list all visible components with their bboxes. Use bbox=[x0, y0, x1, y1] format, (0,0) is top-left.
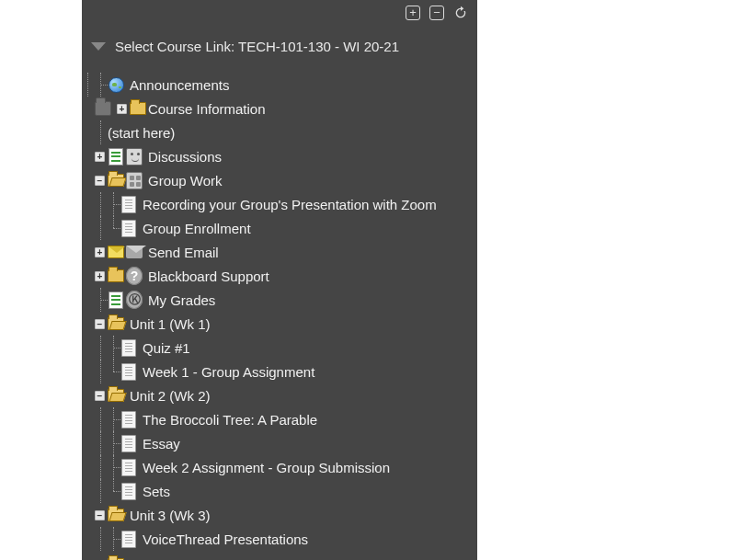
document-icon bbox=[120, 459, 137, 475]
document-icon bbox=[120, 196, 137, 212]
tree-item-u3-vt[interactable]: VoiceThread Presentations bbox=[82, 527, 477, 551]
document-icon bbox=[120, 483, 137, 499]
tree-item-announcements[interactable]: Announcements bbox=[82, 73, 477, 97]
refresh-icon bbox=[453, 6, 468, 20]
tree-item-label: Unit 4 (Wk 4) bbox=[130, 557, 211, 561]
tree-item-label: Discussions bbox=[148, 149, 222, 165]
grades-icon: Ⓚ bbox=[126, 291, 143, 308]
globe-icon bbox=[108, 76, 124, 93]
tree-item-unit2[interactable]: − Unit 2 (Wk 2) bbox=[82, 383, 477, 407]
folder-open-icon bbox=[108, 387, 124, 404]
collapse-toggle[interactable]: − bbox=[95, 510, 105, 520]
folder-open-icon bbox=[108, 172, 124, 189]
tree-item-unit3[interactable]: − Unit 3 (Wk 3) bbox=[82, 503, 477, 527]
tree-item-label: VoiceThread Presentations bbox=[143, 531, 308, 547]
collapse-all-button[interactable]: − bbox=[429, 6, 444, 20]
help-icon: ? bbox=[126, 268, 143, 284]
folder-open-icon bbox=[108, 507, 124, 523]
tree-item-u2-broccoli[interactable]: The Broccoli Tree: A Parable bbox=[82, 407, 477, 431]
tree-item-unit4[interactable]: − Unit 4 (Wk 4) bbox=[82, 553, 477, 560]
tree-item-send-email[interactable]: + Send Email bbox=[82, 240, 477, 264]
tree-item-bb-support[interactable]: + ? Blackboard Support bbox=[82, 264, 477, 288]
document-icon bbox=[120, 411, 137, 428]
tree-item-course-information[interactable]: + Course Information bbox=[82, 97, 477, 120]
refresh-button[interactable] bbox=[453, 6, 468, 20]
document-icon bbox=[120, 435, 137, 451]
tree-item-label: Quiz #1 bbox=[143, 340, 190, 356]
collapse-toggle[interactable]: − bbox=[95, 319, 105, 329]
course-header-label[interactable]: Select Course Link: TECH-101-130 - WI 20… bbox=[115, 39, 399, 54]
expand-toggle[interactable]: + bbox=[95, 247, 105, 257]
folder-icon bbox=[108, 268, 124, 284]
tree-item-gw-recording[interactable]: Recording your Group's Presentation with… bbox=[82, 192, 477, 216]
folder-open-icon bbox=[108, 556, 124, 560]
expand-toggle[interactable]: + bbox=[117, 104, 127, 114]
folder-open-icon bbox=[108, 315, 124, 332]
tree-item-label: Sets bbox=[143, 484, 170, 499]
tree-item-course-information-sub: (start here) bbox=[82, 120, 477, 144]
xls-icon bbox=[108, 291, 124, 308]
course-tree: Announcements + Course Information (star… bbox=[82, 73, 477, 560]
tree-item-sublabel: (start here) bbox=[108, 125, 175, 141]
header-prefix: Select Course Link: bbox=[115, 39, 234, 54]
tree-item-u2-assign[interactable]: Week 2 Assignment - Group Submission bbox=[82, 455, 477, 479]
tree-item-label: Announcements bbox=[130, 77, 229, 93]
tree-item-label: Recording your Group's Presentation with… bbox=[143, 197, 437, 212]
collapse-caret-icon[interactable] bbox=[91, 42, 106, 51]
tree-item-gw-enrollment[interactable]: Group Enrollment bbox=[82, 216, 477, 240]
tree-item-u2-sets[interactable]: Sets bbox=[82, 479, 477, 503]
xls-icon bbox=[108, 148, 124, 165]
expand-all-button[interactable]: + bbox=[406, 6, 420, 20]
tree-item-u1-assign[interactable]: Week 1 - Group Assignment bbox=[82, 360, 477, 383]
tree-item-label: Week 1 - Group Assignment bbox=[143, 364, 314, 380]
discussion-icon bbox=[126, 148, 143, 165]
tree-item-my-grades[interactable]: Ⓚ My Grades bbox=[82, 288, 477, 312]
envelope-icon bbox=[126, 244, 143, 260]
tree-item-label: Unit 3 (Wk 3) bbox=[130, 508, 211, 523]
tree-item-label: Group Enrollment bbox=[143, 221, 251, 236]
expand-toggle[interactable]: + bbox=[95, 152, 105, 162]
tree-item-label: Unit 1 (Wk 1) bbox=[130, 316, 211, 332]
tree-item-label: Essay bbox=[143, 436, 180, 451]
tree-item-u1-quiz[interactable]: Quiz #1 bbox=[82, 336, 477, 360]
collapse-toggle[interactable]: − bbox=[95, 176, 105, 186]
document-icon bbox=[120, 220, 137, 236]
folder-icon bbox=[130, 100, 146, 117]
mail-icon bbox=[108, 244, 124, 260]
tree-item-label: Group Work bbox=[148, 173, 223, 189]
group-icon bbox=[126, 172, 143, 189]
tree-item-label: Send Email bbox=[148, 245, 219, 260]
tree-toolbar: + − bbox=[406, 6, 468, 20]
tree-item-label: Week 2 Assignment - Group Submission bbox=[143, 460, 390, 475]
tree-item-label: Blackboard Support bbox=[148, 269, 269, 284]
document-icon bbox=[120, 363, 137, 380]
tree-item-group-work[interactable]: − Group Work bbox=[82, 168, 477, 192]
tree-item-label: My Grades bbox=[148, 292, 215, 308]
document-icon bbox=[120, 339, 137, 356]
tree-item-discussions[interactable]: + Discussions bbox=[82, 144, 477, 168]
expand-toggle[interactable]: + bbox=[95, 271, 105, 281]
tree-item-unit1[interactable]: − Unit 1 (Wk 1) bbox=[82, 312, 477, 336]
tree-item-label: Course Information bbox=[148, 101, 266, 117]
tree-item-label: The Broccoli Tree: A Parable bbox=[143, 412, 317, 428]
folder-grey-icon bbox=[95, 100, 111, 117]
course-link-panel: + − Select Course Link: TECH-101-130 - W… bbox=[82, 0, 477, 560]
header-course: TECH-101-130 - WI 20-21 bbox=[238, 39, 399, 54]
collapse-toggle[interactable]: − bbox=[95, 391, 105, 401]
tree-item-u2-essay[interactable]: Essay bbox=[82, 431, 477, 455]
document-icon bbox=[120, 531, 137, 547]
tree-item-label: Unit 2 (Wk 2) bbox=[130, 388, 211, 404]
